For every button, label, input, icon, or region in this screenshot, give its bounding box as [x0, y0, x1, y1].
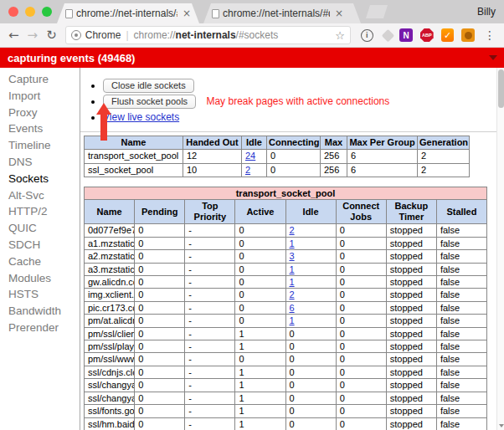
url-scheme: chrome:// — [134, 29, 176, 41]
idle-count-link[interactable]: 3 — [290, 251, 295, 261]
table-cell: false — [436, 237, 486, 249]
idle-count-link[interactable]: 1 — [290, 315, 295, 325]
adblock-plus-extension-icon[interactable]: ABP — [420, 28, 434, 42]
idle-count-link[interactable]: 6 — [290, 303, 295, 313]
table-cell: 2 — [418, 163, 470, 177]
tab-close-icon[interactable]: × — [181, 8, 193, 19]
new-tab-button[interactable] — [366, 5, 388, 18]
flush-socket-pools-button[interactable]: Flush socket pools — [103, 95, 196, 109]
table-cell: - — [185, 392, 235, 404]
sidebar-item-prerender[interactable]: Prerender — [0, 320, 80, 336]
sidebar-item-events[interactable]: Events — [0, 120, 80, 137]
table-row: a1.mzstatic.com:800-010stoppedfalse — [85, 237, 487, 249]
table-cell: - — [185, 366, 235, 378]
tab-dns[interactable]: chrome://net-internals/#dns × — [203, 3, 361, 23]
column-header: Idle — [242, 136, 267, 150]
table-cell: stopped — [386, 379, 436, 392]
sidebar-item-import[interactable]: Import — [0, 88, 80, 105]
table-cell: 6 — [347, 150, 418, 164]
sidebar-item-proxy[interactable]: Proxy — [0, 105, 80, 121]
table-cell: stopped — [386, 353, 436, 366]
onenote-extension-icon[interactable]: N — [399, 28, 413, 42]
idle-count-link[interactable]: 24 — [245, 151, 255, 161]
sidebar-item-quic[interactable]: QUIC — [0, 220, 80, 237]
table-cell: stopped — [386, 250, 436, 263]
table-cell: stopped — [386, 301, 436, 314]
table-cell: 0 — [336, 417, 386, 430]
idle-count-link[interactable]: 1 — [290, 277, 295, 287]
table-cell: 0 — [235, 263, 285, 275]
table-cell: 0 — [267, 150, 321, 164]
scrollbar-thumb[interactable] — [498, 69, 504, 108]
minimize-window-button[interactable] — [25, 7, 35, 17]
sidebar-item-hsts[interactable]: HSTS — [0, 286, 80, 303]
column-header: Max — [321, 136, 347, 150]
table-cell: 0 — [336, 327, 386, 340]
tab-sockets[interactable]: chrome://net-internals/#socke × — [57, 3, 199, 23]
table-cell: 0 — [235, 250, 285, 263]
table-cell: 1 — [285, 237, 336, 249]
idle-count-link[interactable]: 1 — [290, 238, 295, 248]
origin-chip: Chrome — [85, 29, 121, 41]
sidebar-item-bandwidth[interactable]: Bandwidth — [0, 303, 80, 320]
table-cell: - — [185, 250, 235, 263]
checker-extension-icon[interactable]: ✓ — [441, 28, 455, 42]
sidebar-item-modules[interactable]: Modules — [0, 270, 80, 287]
idle-count-link[interactable]: 2 — [290, 289, 295, 299]
table-cell: stopped — [386, 276, 436, 289]
idle-count-link[interactable]: 1 — [290, 264, 295, 274]
url-host: net-internals — [176, 29, 236, 41]
profile-name[interactable]: Billy — [477, 6, 496, 18]
reload-icon[interactable]: ↻ — [46, 28, 57, 43]
zoom-window-button[interactable] — [42, 7, 52, 17]
idle-count-link[interactable]: 2 — [290, 225, 295, 235]
table-cell: - — [185, 301, 235, 314]
sidebar-item-timeline[interactable]: Timeline — [0, 137, 80, 154]
address-bar[interactable]: Chrome | chrome://net-internals/#sockets… — [65, 26, 351, 44]
sidebar-item-dns[interactable]: DNS — [0, 154, 80, 171]
bookmark-star-icon[interactable]: ☆ — [335, 29, 345, 42]
sidebar-item-capture[interactable]: Capture — [0, 71, 80, 88]
table-cell: - — [185, 315, 235, 327]
inactive-extension-icon[interactable] — [381, 28, 393, 41]
table-cell: 0 — [235, 353, 285, 366]
scrollbar-down-arrow-icon[interactable] — [499, 424, 504, 427]
page-info-badge-icon[interactable]: i — [361, 29, 373, 42]
table-cell: - — [185, 417, 235, 430]
sidebar-item-alt-svc[interactable]: Alt-Svc — [0, 187, 80, 204]
table-cell: false — [436, 224, 486, 237]
table-cell: ssl/cdnjs.cloudflare.com:443 — [85, 366, 135, 378]
table-row: a2.mzstatic.com:800-030stoppedfalse — [85, 250, 487, 263]
table-cell: 0 — [285, 353, 336, 366]
tab-close-icon[interactable]: × — [333, 8, 345, 19]
table-cell: 0 — [285, 340, 336, 353]
close-idle-sockets-button[interactable]: Close idle sockets — [103, 79, 194, 93]
sidebar-item-sockets[interactable]: Sockets — [0, 171, 80, 187]
site-info-icon[interactable] — [71, 30, 81, 40]
tab-title: chrome://net-internals/#dns — [223, 8, 330, 19]
table-cell: 256 — [321, 163, 347, 177]
capture-status-bar[interactable]: capturing events (49468) — [0, 48, 504, 68]
table-cell: 0 — [336, 301, 386, 314]
table-cell: 0 — [135, 340, 185, 353]
table-row: 0d077ef9e74d8.cdn.sohucs.com:800-020stop… — [85, 224, 487, 237]
table-cell: false — [436, 315, 486, 327]
sidebar-item-cache[interactable]: Cache — [0, 253, 80, 270]
idle-count-link[interactable]: 2 — [245, 165, 250, 175]
sidebar-item-sdch[interactable]: SDCH — [0, 237, 80, 253]
table-cell: 1 — [235, 327, 285, 340]
amber-extension-icon[interactable] — [461, 28, 475, 42]
sidebar-item-http2[interactable]: HTTP/2 — [0, 203, 80, 220]
table-cell: 0 — [285, 417, 336, 430]
view-live-sockets-link[interactable]: View live sockets — [103, 111, 179, 123]
table-cell: - — [185, 353, 235, 366]
vertical-scrollbar[interactable] — [496, 68, 504, 430]
collapse-arrow-icon[interactable] — [489, 55, 497, 60]
close-window-button[interactable] — [8, 7, 18, 17]
table-cell: 0 — [235, 301, 285, 314]
table-cell: 12 — [183, 150, 242, 164]
table-cell: - — [185, 276, 235, 289]
forward-icon[interactable]: → — [28, 28, 39, 43]
menu-kebab-icon[interactable]: ⋮ — [484, 28, 496, 42]
back-icon[interactable]: ← — [8, 28, 19, 43]
